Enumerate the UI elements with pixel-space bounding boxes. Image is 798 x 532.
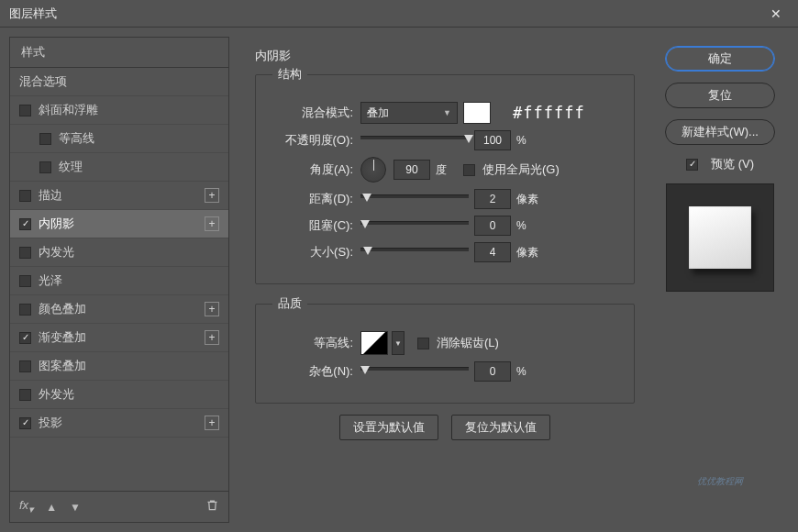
watermark: 优优教程网 (697, 475, 743, 488)
style-checkbox[interactable] (19, 105, 31, 116)
size-input[interactable]: 4 (474, 242, 511, 262)
style-checkbox[interactable] (19, 190, 31, 202)
add-instance-icon[interactable]: + (205, 216, 219, 231)
blend-mode-label: 混合模式: (272, 105, 353, 121)
style-item-label: 图案叠加 (39, 358, 219, 374)
chevron-down-icon: ▼ (443, 108, 451, 117)
opacity-input[interactable]: 100 (474, 130, 511, 150)
antialias-label: 消除锯齿(L) (437, 335, 499, 351)
styles-sidebar: 样式 混合选项 斜面和浮雕等高线纹理描边+内阴影+内发光光泽颜色叠加+渐变叠加+… (9, 37, 229, 523)
style-item-6[interactable]: 光泽 (10, 267, 228, 295)
global-light-label: 使用全局光(G) (482, 161, 560, 178)
add-instance-icon[interactable]: + (205, 188, 219, 203)
noise-slider[interactable] (360, 365, 469, 378)
blending-options-item[interactable]: 混合选项 (10, 68, 228, 96)
contour-dropdown[interactable]: ▼ (392, 331, 405, 355)
style-item-9[interactable]: 图案叠加 (10, 352, 228, 381)
noise-label: 杂色(N): (272, 363, 353, 380)
style-item-0[interactable]: 斜面和浮雕 (10, 96, 228, 125)
style-checkbox[interactable] (19, 218, 31, 230)
style-item-3[interactable]: 描边+ (10, 182, 228, 210)
titlebar: 图层样式 ✕ (0, 0, 798, 28)
sidebar-footer: fx▾ ▲ ▼ (10, 491, 228, 522)
style-item-label: 内阴影 (39, 216, 205, 232)
choke-slider[interactable] (360, 219, 469, 232)
style-checkbox[interactable] (19, 304, 31, 316)
cancel-button[interactable]: 复位 (665, 83, 775, 108)
style-item-1[interactable]: 等高线 (10, 125, 228, 153)
style-item-label: 描边 (39, 187, 205, 204)
fx-menu[interactable]: fx▾ (19, 498, 33, 515)
style-checkbox[interactable] (19, 417, 31, 429)
size-slider[interactable] (360, 246, 469, 259)
color-hex-annotation: #ffffff (513, 104, 585, 122)
blend-mode-select[interactable]: 叠加▼ (360, 102, 458, 124)
style-checkbox[interactable] (19, 247, 31, 259)
style-item-label: 纹理 (59, 159, 219, 175)
distance-slider[interactable] (360, 193, 469, 205)
antialias-checkbox[interactable] (417, 338, 429, 349)
sidebar-header: 样式 (10, 38, 228, 68)
style-item-label: 渐变叠加 (39, 329, 205, 346)
style-list: 斜面和浮雕等高线纹理描边+内阴影+内发光光泽颜色叠加+渐变叠加+图案叠加外发光投… (10, 96, 228, 491)
move-down-icon[interactable]: ▼ (70, 501, 81, 514)
window-title: 图层样式 (9, 6, 57, 22)
distance-input[interactable]: 2 (474, 189, 511, 209)
style-item-label: 斜面和浮雕 (39, 102, 219, 118)
preview-label: 预览 (V) (711, 156, 754, 172)
close-icon[interactable]: ✕ (763, 3, 789, 25)
move-up-icon[interactable]: ▲ (46, 501, 57, 514)
right-column: 确定 复位 新建样式(W)... 预览 (V) 优优教程网 (651, 37, 789, 523)
style-item-8[interactable]: 渐变叠加+ (10, 324, 228, 352)
style-item-label: 光泽 (39, 272, 219, 289)
style-checkbox[interactable] (39, 133, 51, 145)
style-item-4[interactable]: 内阴影+ (10, 210, 228, 238)
global-light-checkbox[interactable] (463, 164, 475, 176)
preview-box (666, 183, 774, 292)
angle-dial[interactable] (360, 157, 386, 183)
set-default-button[interactable]: 设置为默认值 (339, 415, 438, 440)
color-swatch[interactable] (463, 102, 491, 124)
style-checkbox[interactable] (19, 389, 31, 401)
preview-checkbox[interactable] (686, 159, 698, 171)
noise-input[interactable]: 0 (474, 361, 511, 382)
size-label: 大小(S): (272, 244, 353, 260)
style-checkbox[interactable] (19, 360, 31, 372)
contour-label: 等高线: (272, 335, 353, 351)
preview-swatch (689, 206, 751, 269)
style-item-10[interactable]: 外发光 (10, 381, 228, 409)
style-checkbox[interactable] (19, 275, 31, 287)
style-item-5[interactable]: 内发光 (10, 238, 228, 267)
panel-title: 内阴影 (255, 48, 635, 64)
style-item-label: 外发光 (39, 386, 219, 403)
ok-button[interactable]: 确定 (665, 46, 775, 72)
opacity-label: 不透明度(O): (272, 132, 353, 149)
structure-group: 结构 混合模式: 叠加▼ #ffffff 不透明度(O): 100 % 角度(A… (255, 66, 635, 284)
trash-icon[interactable] (205, 498, 219, 515)
structure-legend: 结构 (272, 66, 307, 83)
style-item-label: 内发光 (39, 244, 219, 260)
angle-label: 角度(A): (272, 161, 353, 178)
style-item-2[interactable]: 纹理 (10, 153, 228, 182)
style-item-label: 颜色叠加 (39, 301, 205, 317)
new-style-button[interactable]: 新建样式(W)... (665, 119, 775, 145)
choke-input[interactable]: 0 (474, 216, 511, 236)
add-instance-icon[interactable]: + (205, 416, 219, 430)
add-instance-icon[interactable]: + (205, 330, 219, 345)
style-item-11[interactable]: 投影+ (10, 409, 228, 438)
style-item-label: 投影 (39, 415, 205, 431)
opacity-slider[interactable] (360, 134, 469, 147)
angle-input[interactable]: 90 (393, 160, 430, 180)
contour-picker[interactable] (360, 331, 388, 355)
distance-label: 距离(D): (272, 191, 353, 207)
style-checkbox[interactable] (39, 161, 51, 173)
style-item-label: 等高线 (59, 130, 219, 147)
style-checkbox[interactable] (19, 332, 31, 344)
style-item-7[interactable]: 颜色叠加+ (10, 295, 228, 324)
quality-legend: 品质 (272, 295, 307, 312)
add-instance-icon[interactable]: + (205, 302, 219, 316)
reset-default-button[interactable]: 复位为默认值 (451, 415, 550, 440)
choke-label: 阻塞(C): (272, 217, 353, 234)
effect-panel: 内阴影 结构 混合模式: 叠加▼ #ffffff 不透明度(O): 100 % … (229, 37, 651, 523)
quality-group: 品质 等高线: ▼ 消除锯齿(L) 杂色(N): 0 % (255, 295, 635, 404)
